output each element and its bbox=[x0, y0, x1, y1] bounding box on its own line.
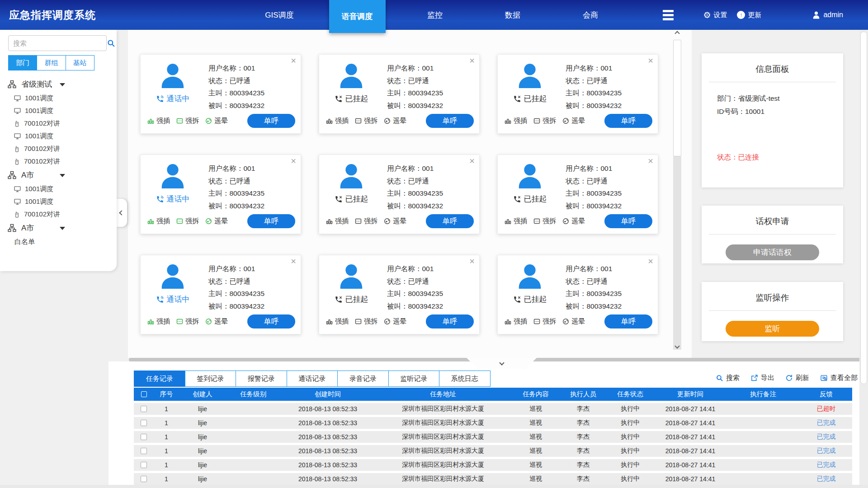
search-records-button[interactable]: 搜索 bbox=[716, 374, 740, 382]
scroll-up-icon[interactable] bbox=[675, 31, 679, 36]
table-row[interactable]: 1 lijie 2018-08-13 08:52:33 深圳市福田区彩田村水源大… bbox=[134, 431, 852, 443]
tab-department[interactable]: 部门 bbox=[8, 55, 37, 70]
menu-icon[interactable] bbox=[629, 0, 707, 30]
select-all-checkbox[interactable] bbox=[141, 391, 147, 397]
tree-item[interactable]: 700102对讲 bbox=[0, 155, 117, 168]
close-icon[interactable]: × bbox=[469, 256, 475, 267]
tab-checkin-records[interactable]: 签到记录 bbox=[185, 371, 236, 387]
remote-stun-button[interactable]: 遥晕 bbox=[205, 117, 228, 125]
force-release-button[interactable]: 强拆 bbox=[354, 317, 377, 326]
nav-tab-meeting[interactable]: 会商 bbox=[552, 0, 629, 30]
single-call-button[interactable]: 单呼 bbox=[426, 314, 474, 328]
page-scrollbar-thumb[interactable] bbox=[860, 32, 867, 384]
tab-call-records[interactable]: 通话记录 bbox=[287, 371, 338, 387]
nav-tab-data[interactable]: 数据 bbox=[474, 0, 552, 30]
force-insert-button[interactable]: 强插 bbox=[326, 317, 349, 326]
tree-item[interactable]: 1001调度 bbox=[0, 195, 117, 208]
nav-tab-voice[interactable]: 语音调度 bbox=[329, 0, 386, 33]
tree-item[interactable]: 1001调度 bbox=[0, 92, 117, 104]
force-release-button[interactable]: 强拆 bbox=[176, 317, 199, 326]
request-floor-button[interactable]: 申请话语权 bbox=[726, 244, 819, 260]
single-call-button[interactable]: 单呼 bbox=[426, 214, 474, 228]
remote-stun-button[interactable]: 遥晕 bbox=[205, 317, 228, 326]
caret-down-icon[interactable] bbox=[60, 83, 65, 86]
tab-monitor-records[interactable]: 监听记录 bbox=[388, 371, 440, 387]
tree-item[interactable]: 1001调度 bbox=[0, 130, 117, 142]
tree-group[interactable]: A市 bbox=[0, 221, 117, 235]
monitor-button[interactable]: 监听 bbox=[726, 321, 819, 337]
force-release-button[interactable]: 强拆 bbox=[176, 217, 199, 225]
tab-task-records[interactable]: 任务记录 bbox=[134, 371, 185, 387]
tree-item[interactable]: 700102对讲 bbox=[0, 142, 117, 155]
single-call-button[interactable]: 单呼 bbox=[426, 114, 474, 128]
force-release-button[interactable]: 强拆 bbox=[354, 117, 377, 125]
remote-stun-button[interactable]: 遥晕 bbox=[562, 217, 585, 225]
sidebar-collapse-handle[interactable] bbox=[116, 199, 127, 227]
remote-stun-button[interactable]: 遥晕 bbox=[205, 217, 228, 225]
table-row[interactable]: 1 lijie 2018-08-13 08:52:33 深圳市福田区彩田村水源大… bbox=[134, 459, 852, 471]
force-release-button[interactable]: 强拆 bbox=[354, 217, 377, 225]
update-button[interactable]: ↑ 更新 bbox=[737, 11, 761, 19]
table-row[interactable]: 1 lijie 2018-08-13 08:52:33 深圳市福田区彩田村水源大… bbox=[134, 473, 852, 485]
nav-tab-gis[interactable]: GIS调度 bbox=[241, 0, 318, 30]
tree-item[interactable]: 700102对讲 bbox=[0, 117, 117, 130]
table-row[interactable]: 1 lijie 2018-08-13 08:52:33 深圳市福田区彩田村水源大… bbox=[134, 403, 852, 415]
force-insert-button[interactable]: 强插 bbox=[147, 217, 170, 225]
scroll-down-icon[interactable] bbox=[675, 343, 679, 348]
force-release-button[interactable]: 强拆 bbox=[533, 317, 556, 326]
single-call-button[interactable]: 单呼 bbox=[247, 214, 295, 228]
tab-basestation[interactable]: 基站 bbox=[66, 55, 94, 70]
force-release-button[interactable]: 强拆 bbox=[533, 217, 556, 225]
row-checkbox[interactable] bbox=[141, 420, 147, 426]
row-checkbox[interactable] bbox=[141, 434, 147, 440]
user-menu[interactable]: admin bbox=[812, 11, 843, 19]
single-call-button[interactable]: 单呼 bbox=[247, 314, 295, 328]
row-checkbox[interactable] bbox=[141, 476, 147, 482]
caret-down-icon[interactable] bbox=[60, 174, 65, 177]
close-icon[interactable]: × bbox=[648, 156, 653, 166]
nav-tab-monitor[interactable]: 监控 bbox=[396, 0, 474, 30]
force-insert-button[interactable]: 强插 bbox=[326, 217, 349, 225]
tree-item[interactable]: 1001调度 bbox=[0, 183, 117, 195]
remote-stun-button[interactable]: 遥晕 bbox=[562, 117, 585, 125]
close-icon[interactable]: × bbox=[648, 256, 653, 267]
force-insert-button[interactable]: 强插 bbox=[147, 317, 170, 326]
refresh-button[interactable]: 刷新 bbox=[785, 374, 809, 382]
force-insert-button[interactable]: 强插 bbox=[147, 117, 170, 125]
force-insert-button[interactable]: 强插 bbox=[504, 117, 527, 125]
row-checkbox[interactable] bbox=[141, 462, 147, 468]
single-call-button[interactable]: 单呼 bbox=[604, 214, 652, 228]
single-call-button[interactable]: 单呼 bbox=[604, 314, 652, 328]
force-insert-button[interactable]: 强插 bbox=[326, 117, 349, 125]
tree-item[interactable]: 1001调度 bbox=[0, 104, 117, 117]
scrollbar-thumb[interactable] bbox=[673, 40, 681, 156]
table-row[interactable]: 1 lijie 2018-08-13 08:52:33 深圳市福田区彩田村水源大… bbox=[134, 445, 852, 457]
tree-item[interactable]: 白名单 bbox=[0, 235, 117, 248]
horizontal-scrollbar[interactable] bbox=[0, 485, 868, 488]
row-checkbox[interactable] bbox=[141, 406, 147, 412]
remote-stun-button[interactable]: 遥晕 bbox=[383, 117, 406, 125]
main-scrollbar[interactable] bbox=[673, 32, 681, 358]
view-all-button[interactable]: 查看全部 bbox=[820, 374, 858, 382]
remote-stun-button[interactable]: 遥晕 bbox=[562, 317, 585, 326]
export-button[interactable]: 导出 bbox=[750, 374, 774, 382]
force-release-button[interactable]: 强拆 bbox=[533, 117, 556, 125]
close-icon[interactable]: × bbox=[291, 56, 296, 66]
close-icon[interactable]: × bbox=[469, 156, 475, 166]
tree-item[interactable]: 700102对讲 bbox=[0, 208, 117, 221]
close-icon[interactable]: × bbox=[291, 156, 296, 166]
caret-down-icon[interactable] bbox=[60, 227, 65, 230]
settings-button[interactable]: ⚙ 设置 bbox=[703, 11, 727, 19]
tab-system-log[interactable]: 系统日志 bbox=[439, 371, 491, 387]
tab-group[interactable]: 群组 bbox=[37, 55, 66, 70]
page-scrollbar[interactable] bbox=[859, 30, 868, 488]
search-input[interactable] bbox=[9, 39, 107, 47]
close-icon[interactable]: × bbox=[648, 56, 653, 66]
bottom-collapse-tab[interactable] bbox=[467, 358, 537, 369]
tab-alarm-records[interactable]: 报警记录 bbox=[236, 371, 287, 387]
remote-stun-button[interactable]: 遥晕 bbox=[383, 317, 406, 326]
single-call-button[interactable]: 单呼 bbox=[604, 114, 652, 128]
search-icon[interactable] bbox=[107, 39, 115, 47]
tree-group[interactable]: 省级测试 bbox=[0, 77, 117, 92]
close-icon[interactable]: × bbox=[469, 56, 475, 66]
